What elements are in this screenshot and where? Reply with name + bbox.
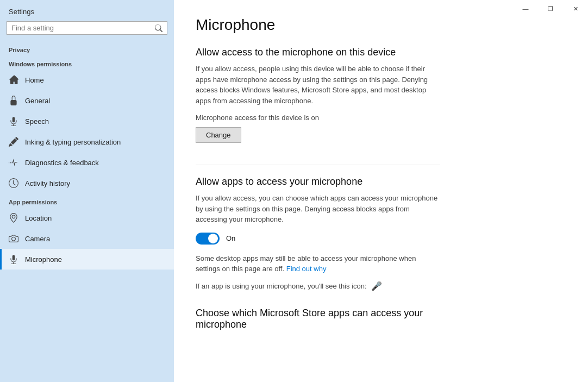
section3-heading: Choose which Microsoft Store apps can ac… — [196, 308, 440, 330]
page-title: Microphone — [196, 16, 566, 34]
toggle-label: On — [226, 234, 235, 242]
section1-description: If you allow access, people using this d… — [196, 64, 440, 106]
clock-icon — [9, 178, 18, 188]
pen-icon — [9, 137, 18, 147]
camera-icon — [9, 234, 18, 243]
privacy-label: Privacy — [0, 41, 174, 55]
search-box[interactable] — [7, 21, 167, 35]
divider1 — [196, 165, 440, 165]
sidebar-item-microphone[interactable]: Microphone — [0, 249, 174, 270]
sidebar-item-general[interactable]: General — [0, 90, 174, 111]
app-title: Settings — [0, 0, 174, 21]
speech-icon — [9, 116, 18, 126]
maximize-button[interactable]: ❐ — [538, 0, 563, 17]
section1-status: Microphone access for this device is on — [196, 114, 566, 122]
activity-label: Activity history — [25, 179, 70, 187]
home-icon — [9, 75, 18, 85]
sidebar-item-home[interactable]: Home — [0, 70, 174, 90]
diagnostics-label: Diagnostics & feedback — [25, 159, 99, 167]
speech-label: Speech — [25, 117, 49, 126]
microphone-label: Microphone — [25, 255, 62, 264]
location-label: Location — [25, 214, 52, 222]
search-icon — [155, 24, 162, 32]
inking-label: Inking & typing personalization — [25, 138, 121, 146]
sidebar-item-activity[interactable]: Activity history — [0, 173, 174, 193]
icon-note: If an app is using your microphone, you'… — [196, 281, 566, 291]
sidebar-item-location[interactable]: Location — [0, 208, 174, 228]
section1-heading: Allow access to the microphone on this d… — [196, 47, 566, 58]
windows-permissions-label: Windows permissions — [0, 55, 174, 70]
general-label: General — [25, 97, 50, 105]
toggle-row: On — [196, 233, 566, 245]
sidebar-item-diagnostics[interactable]: Diagnostics & feedback — [0, 152, 174, 173]
close-button[interactable]: ✕ — [563, 0, 588, 17]
sidebar: Settings Privacy Windows permissions Hom… — [0, 0, 174, 382]
find-out-why-link[interactable]: Find out why — [286, 265, 327, 273]
lock-icon — [9, 96, 18, 105]
app-permissions-label: App permissions — [0, 193, 174, 208]
note-text: Some desktop apps may still be able to a… — [196, 253, 440, 274]
location-icon — [9, 213, 18, 223]
home-label: Home — [25, 76, 44, 84]
change-button[interactable]: Change — [196, 127, 241, 143]
section2-description: If you allow access, you can choose whic… — [196, 193, 440, 225]
microphone-icon — [9, 254, 18, 264]
minimize-button[interactable]: — — [513, 0, 538, 17]
pulse-icon — [9, 158, 18, 167]
sidebar-item-inking[interactable]: Inking & typing personalization — [0, 131, 174, 152]
sidebar-item-camera[interactable]: Camera — [0, 228, 174, 249]
camera-label: Camera — [25, 235, 50, 243]
mic-indicator-icon: 🎤 — [371, 281, 382, 291]
sidebar-item-speech[interactable]: Speech — [0, 111, 174, 131]
section2-heading: Allow apps to access your microphone — [196, 176, 566, 187]
microphone-toggle[interactable] — [196, 233, 220, 245]
window-controls: — ❐ ✕ — [513, 0, 588, 17]
search-input[interactable] — [11, 24, 155, 32]
main-content: — ❐ ✕ Microphone Allow access to the mic… — [174, 0, 588, 382]
